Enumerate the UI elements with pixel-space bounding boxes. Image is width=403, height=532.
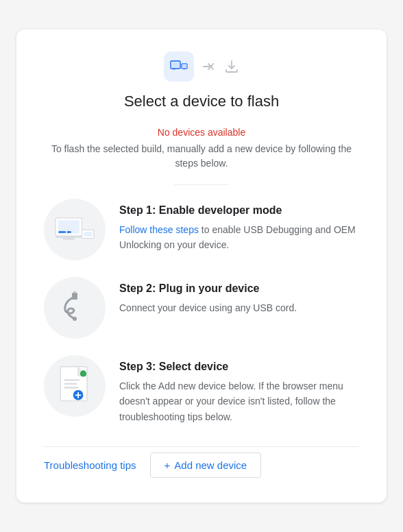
step-3-title: Step 3: Select device bbox=[119, 361, 359, 373]
step-2-title: Step 2: Plug in your device bbox=[119, 282, 359, 295]
svg-rect-1 bbox=[172, 62, 179, 67]
step-3-content: Step 3: Select device Click the Add new … bbox=[119, 355, 359, 424]
step-1-link[interactable]: Follow these steps bbox=[119, 224, 199, 235]
svg-rect-13 bbox=[67, 231, 71, 233]
svg-rect-5 bbox=[183, 65, 186, 68]
footer: Troubleshooting tips + Add new device bbox=[44, 446, 359, 478]
step-3-desc: Click the Add new device below. If the b… bbox=[119, 378, 359, 424]
svg-rect-11 bbox=[84, 232, 92, 237]
step-2-icon bbox=[44, 277, 106, 339]
main-card: Select a device to flash No devices avai… bbox=[16, 29, 387, 503]
svg-rect-20 bbox=[64, 383, 77, 385]
no-devices-section: No devices available To flash the select… bbox=[44, 127, 359, 171]
plus-icon: + bbox=[164, 459, 171, 471]
download-icon bbox=[224, 60, 239, 73]
add-device-label: Add new device bbox=[174, 459, 247, 471]
device-icon bbox=[164, 51, 194, 82]
svg-rect-19 bbox=[64, 380, 80, 381]
step-2-content: Step 2: Plug in your device Connect your… bbox=[119, 277, 359, 315]
svg-rect-21 bbox=[64, 387, 78, 389]
svg-rect-12 bbox=[58, 231, 66, 233]
step-2: Step 2: Plug in your device Connect your… bbox=[44, 277, 359, 339]
step-1-desc: Follow these steps to enable USB Debuggi… bbox=[119, 222, 359, 253]
svg-rect-4 bbox=[183, 69, 186, 69]
header-icons bbox=[44, 51, 359, 82]
step-3-icon bbox=[44, 355, 106, 417]
arrow-right-icon bbox=[202, 62, 216, 71]
svg-rect-8 bbox=[56, 236, 82, 238]
page-title: Select a device to flash bbox=[44, 93, 359, 110]
svg-rect-16 bbox=[73, 291, 76, 293]
step-3: Step 3: Select device Click the Add new … bbox=[44, 355, 359, 424]
step-1-title: Step 1: Enable developer mode bbox=[119, 204, 359, 217]
step-2-desc: Connect your device using any USB cord. bbox=[119, 300, 359, 315]
svg-rect-2 bbox=[173, 69, 175, 70]
svg-point-17 bbox=[73, 317, 77, 321]
add-device-button[interactable]: + Add new device bbox=[150, 452, 262, 478]
troubleshooting-button[interactable]: Troubleshooting tips bbox=[44, 459, 136, 471]
svg-point-22 bbox=[80, 371, 86, 377]
step-1-content: Step 1: Enable developer mode Follow the… bbox=[119, 199, 359, 253]
step-1: Step 1: Enable developer mode Follow the… bbox=[44, 199, 359, 261]
no-devices-label: No devices available bbox=[44, 127, 359, 138]
divider bbox=[174, 184, 229, 185]
svg-rect-15 bbox=[72, 293, 77, 300]
no-devices-desc: To flash the selected build, manually ad… bbox=[44, 142, 359, 171]
steps-list: Step 1: Enable developer mode Follow the… bbox=[44, 199, 359, 424]
step-1-icon bbox=[44, 199, 106, 261]
svg-rect-9 bbox=[63, 238, 75, 240]
